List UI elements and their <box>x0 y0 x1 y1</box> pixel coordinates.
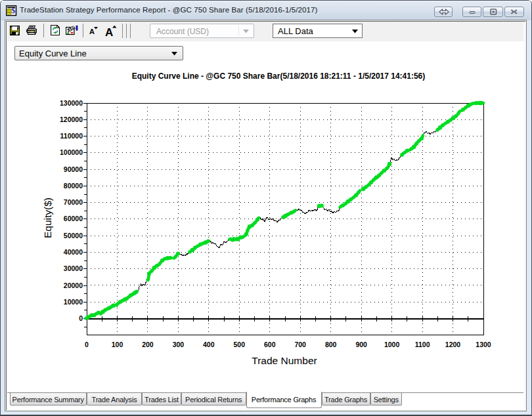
svg-text:Equity($): Equity($) <box>42 198 53 238</box>
svg-text:100: 100 <box>112 341 123 348</box>
svg-text:30000: 30000 <box>64 264 83 272</box>
svg-text:20000: 20000 <box>64 281 83 289</box>
svg-text:Equity Curve Line - @GC 750 Sh: Equity Curve Line - @GC 750 Share Bar(5/… <box>132 72 426 81</box>
svg-text:1100: 1100 <box>415 341 430 348</box>
svg-text:A: A <box>105 26 113 37</box>
svg-text:110000: 110000 <box>60 132 83 140</box>
svg-text:10000: 10000 <box>64 298 83 306</box>
svg-text:800: 800 <box>325 341 337 348</box>
svg-text:1300: 1300 <box>476 341 491 348</box>
svg-text:Trade Number: Trade Number <box>252 355 317 366</box>
svg-text:700: 700 <box>294 341 306 348</box>
svg-text:80000: 80000 <box>64 182 83 190</box>
svg-text:600: 600 <box>264 341 276 348</box>
svg-text:60000: 60000 <box>64 215 83 222</box>
svg-text:$: $ <box>11 6 15 15</box>
svg-text:0: 0 <box>85 341 89 348</box>
svg-text:120000: 120000 <box>60 115 83 123</box>
svg-text:40000: 40000 <box>64 248 83 256</box>
svg-text:70000: 70000 <box>64 198 83 206</box>
svg-text:200: 200 <box>142 341 154 348</box>
svg-text:90000: 90000 <box>64 165 83 173</box>
svg-text:130000: 130000 <box>60 99 83 107</box>
svg-text:400: 400 <box>203 341 215 348</box>
svg-text:300: 300 <box>173 341 185 348</box>
svg-text:1200: 1200 <box>445 341 461 348</box>
svg-text:100000: 100000 <box>60 148 83 156</box>
svg-text:A: A <box>89 28 95 35</box>
svg-text:1000: 1000 <box>384 341 400 348</box>
svg-text:50000: 50000 <box>64 232 83 239</box>
svg-text:900: 900 <box>355 341 367 348</box>
svg-text:500: 500 <box>234 341 246 348</box>
svg-text:0: 0 <box>79 314 83 322</box>
